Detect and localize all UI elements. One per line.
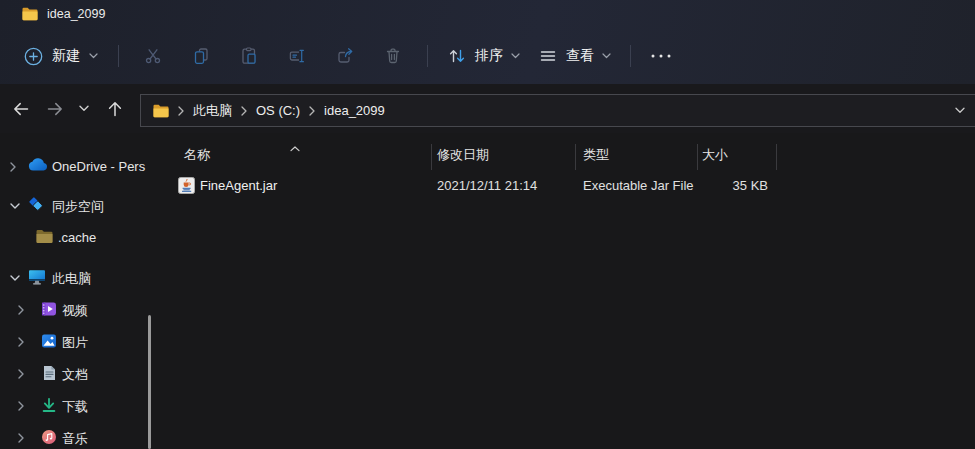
sidebar-item-label: OneDrive - Pers [52,159,145,174]
sidebar-item-music[interactable]: 音乐 [0,422,150,449]
sidebar-item-label: 视频 [62,302,88,320]
folder-icon [153,104,169,118]
rename-button[interactable] [277,38,317,74]
chevron-right-icon[interactable] [18,369,24,379]
music-icon [41,429,57,445]
navigation-pane: OneDrive - Pers 同步空间 .cache 此电脑 视频 [0,133,160,449]
breadcrumb-this-pc[interactable]: 此电脑 [193,102,232,120]
column-header-type[interactable]: 类型 [583,146,609,164]
paste-icon [239,46,259,66]
scissors-icon [143,46,163,66]
sidebar-item-onedrive[interactable]: OneDrive - Pers [0,151,150,183]
sidebar-item-label: 此电脑 [52,270,91,288]
back-button[interactable] [4,86,38,131]
sidebar-item-videos[interactable]: 视频 [0,294,150,326]
onedrive-cloud-icon [28,158,48,171]
file-type: Executable Jar File [583,178,694,193]
sidebar-item-label: 下载 [62,398,88,416]
file-list: 名称 修改日期 类型 大小 FineAgent.jar 2021/12/11 2… [162,133,975,449]
folder-icon [22,7,38,21]
new-button-label: 新建 [52,47,80,65]
chevron-right-icon[interactable] [10,162,16,172]
breadcrumb-current-folder[interactable]: idea_2099 [324,103,385,118]
sidebar-item-label: 文档 [62,366,88,384]
new-button[interactable]: 新建 [14,38,108,74]
chevron-down-icon [955,107,965,114]
chevron-down-icon [511,53,520,59]
file-explorer-window: idea_2099 新建 [0,0,975,449]
sidebar-item-pictures[interactable]: 图片 [0,326,150,358]
ellipsis-icon [650,53,672,59]
column-header-size[interactable]: 大小 [702,146,728,164]
toolbar-separator [118,45,119,67]
column-header-date-modified[interactable]: 修改日期 [437,146,489,164]
sync-app-icon [28,197,44,213]
view-button[interactable]: 查看 [529,38,620,74]
share-icon [335,46,355,66]
chevron-down-icon [79,105,89,112]
column-divider[interactable] [431,144,432,170]
sidebar-item-label: 同步空间 [52,198,104,216]
title-bar: idea_2099 [0,0,975,28]
file-size: 35 KB [697,178,768,193]
monitor-icon [28,269,46,285]
toolbar-separator [630,45,631,67]
column-divider[interactable] [776,144,777,170]
share-button[interactable] [325,38,365,74]
sidebar-item-downloads[interactable]: 下载 [0,390,150,422]
file-name[interactable]: FineAgent.jar [200,178,277,193]
delete-button[interactable] [373,38,413,74]
rename-icon [287,46,307,66]
trash-icon [383,46,403,66]
arrow-left-icon [11,99,31,119]
copy-button[interactable] [181,38,221,74]
chevron-down-icon[interactable] [10,203,20,209]
chevron-down-icon [602,53,611,59]
column-divider[interactable] [697,144,698,170]
window-title: idea_2099 [47,7,105,21]
copy-icon [191,46,211,66]
sort-arrows-icon [447,46,467,66]
java-jar-icon [178,177,195,198]
address-bar[interactable]: 此电脑 OS (C:) idea_2099 [140,94,975,127]
chevron-down-icon [89,53,98,59]
sidebar-item-label: 音乐 [62,430,88,448]
chevron-right-icon[interactable] [18,401,24,411]
downloads-icon [41,397,57,413]
sort-button[interactable]: 排序 [438,38,529,74]
forward-button[interactable] [38,86,72,131]
breadcrumb-drive[interactable]: OS (C:) [256,103,300,118]
see-more-button[interactable] [641,38,681,74]
chevron-right-icon[interactable] [18,337,24,347]
address-dropdown-button[interactable] [955,107,965,114]
navigation-bar: 此电脑 OS (C:) idea_2099 [0,84,975,133]
sidebar-item-cache-folder[interactable]: .cache [0,222,150,254]
sidebar-scrollbar[interactable] [148,315,151,449]
sidebar-item-documents[interactable]: 文档 [0,358,150,390]
breadcrumb-chevron-icon [309,106,315,116]
chevron-right-icon[interactable] [18,433,24,443]
sidebar-item-label: 图片 [62,334,88,352]
sidebar-item-sync-space[interactable]: 同步空间 [0,190,150,222]
documents-icon [43,365,56,381]
column-divider[interactable] [575,144,576,170]
paste-button[interactable] [229,38,269,74]
column-header-row: 名称 修改日期 类型 大小 [162,140,975,168]
cut-button[interactable] [133,38,173,74]
arrow-right-icon [45,99,65,119]
chevron-down-icon[interactable] [10,275,20,281]
folder-icon [36,229,53,244]
view-lines-icon [538,46,558,66]
file-row-fineagent-jar[interactable]: FineAgent.jar 2021/12/11 21:14 Executabl… [162,172,975,200]
toolbar-separator [427,45,428,67]
command-bar: 新建 [0,28,975,84]
file-date-modified: 2021/12/11 21:14 [437,178,537,193]
sidebar-item-label: .cache [58,230,96,245]
recent-locations-button[interactable] [70,86,98,131]
sidebar-item-this-pc[interactable]: 此电脑 [0,262,150,294]
up-button[interactable] [98,86,132,131]
column-header-name[interactable]: 名称 [184,146,210,164]
sort-button-label: 排序 [475,47,503,65]
breadcrumb-chevron-icon [241,106,247,116]
chevron-right-icon[interactable] [18,305,24,315]
